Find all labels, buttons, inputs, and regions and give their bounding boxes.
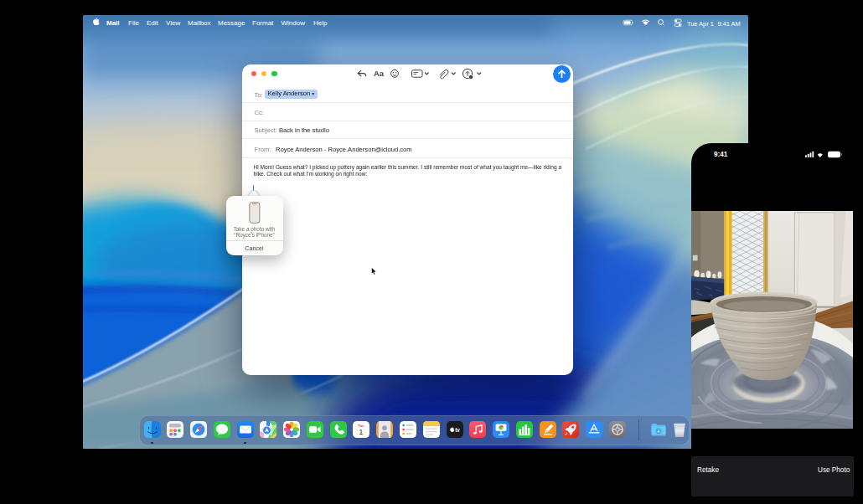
- svg-text:Aa: Aa: [374, 69, 385, 78]
- svg-text:tv: tv: [455, 427, 460, 433]
- svg-text:1: 1: [359, 427, 364, 436]
